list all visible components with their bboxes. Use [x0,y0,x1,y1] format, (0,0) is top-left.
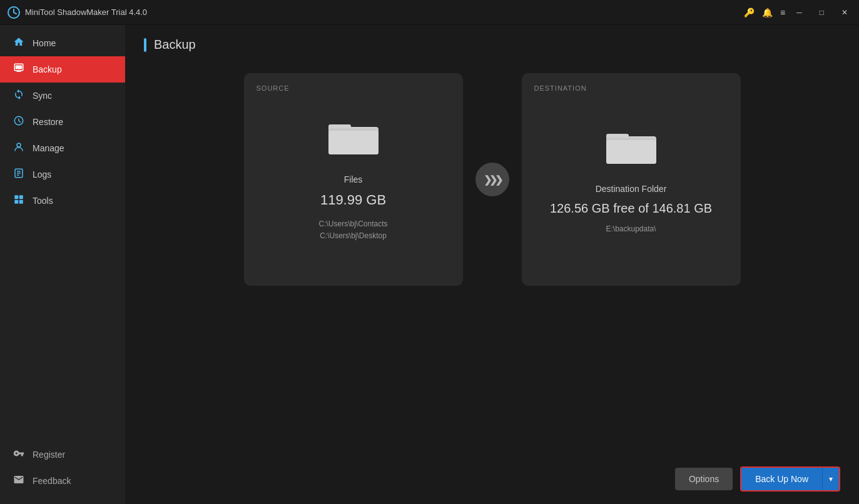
backup-panels: SOURCE Files 119.99 GB C:\Users\bj\Conta… [144,73,840,286]
dropdown-arrow-icon: ▾ [829,475,833,483]
backup-now-button[interactable]: Back Up Now [741,468,822,490]
source-path-2: C:\Users\bj\Desktop [318,230,387,242]
sidebar-label-backup: Backup [33,64,62,74]
svg-rect-10 [19,195,23,199]
arrow-indicator: ❯❯❯ [475,163,509,196]
key-icon [13,448,25,461]
titlebar-icons: 🔑 🔔 ≡ [744,8,785,18]
main-content: Backup SOURCE Files 11 [125,25,859,504]
sidebar-label-restore: Restore [33,117,63,127]
sidebar-label-home: Home [33,38,56,48]
sidebar-item-tools[interactable]: Tools [0,188,125,214]
app-container: Home Backup Sync Restore [0,25,859,504]
options-button[interactable]: Options [675,468,733,490]
sidebar: Home Backup Sync Restore [0,25,125,504]
tools-icon [13,194,25,208]
svg-rect-9 [14,195,18,199]
svg-rect-16 [328,131,379,154]
logs-icon [13,168,25,181]
sidebar-item-feedback[interactable]: Feedback [0,468,125,494]
menu-icon[interactable]: ≡ [780,8,785,18]
source-panel[interactable]: SOURCE Files 119.99 GB C:\Users\bj\Conta… [244,73,463,286]
backup-icon [13,63,25,76]
sidebar-item-backup[interactable]: Backup [0,56,125,83]
sidebar-label-feedback: Feedback [33,476,71,486]
page-title-area: Backup [144,38,840,52]
window-controls: ─ □ ✕ [793,7,851,18]
arrow-chevrons: ❯❯❯ [484,174,501,186]
restore-icon [13,115,25,129]
svg-point-4 [17,143,21,147]
source-panel-wrapper: SOURCE Files 119.99 GB C:\Users\bj\Conta… [244,73,463,286]
sidebar-item-manage[interactable]: Manage [0,135,125,161]
sidebar-item-sync[interactable]: Sync [0,83,125,109]
sidebar-label-register: Register [33,450,65,460]
sidebar-bottom: Register Feedback [0,441,125,504]
sidebar-item-logs[interactable]: Logs [0,161,125,188]
source-label: SOURCE [257,84,290,92]
titlebar: MiniTool ShadowMaker Trial 4.4.0 🔑 🔔 ≡ ─… [0,0,859,25]
sidebar-label-manage: Manage [33,143,64,153]
destination-path: E:\backupdata\ [606,224,656,233]
backup-now-wrapper: Back Up Now ▾ [740,466,840,491]
page-title: Backup [154,38,196,52]
source-name: Files [344,174,363,184]
bell-icon[interactable]: 🔔 [762,8,773,18]
destination-free: 126.56 GB free of 146.81 GB [550,201,712,216]
svg-rect-12 [19,200,23,204]
source-paths: C:\Users\bj\Contacts C:\Users\bj\Desktop [318,218,387,242]
destination-panel[interactable]: DESTINATION Destination Folder 126.56 GB… [522,73,741,286]
sidebar-nav: Home Backup Sync Restore [0,30,125,441]
maximize-button[interactable]: □ [816,7,828,18]
backup-dropdown-button[interactable]: ▾ [822,468,839,490]
destination-panel-wrapper: DESTINATION Destination Folder 126.56 GB… [522,73,741,286]
app-logo [8,6,20,19]
source-path-1: C:\Users\bj\Contacts [318,218,387,230]
svg-rect-11 [14,200,18,204]
sidebar-label-logs: Logs [33,169,51,179]
key-icon[interactable]: 🔑 [744,8,755,18]
close-button[interactable]: ✕ [838,7,851,18]
destination-name: Destination Folder [596,184,667,194]
svg-rect-20 [606,140,656,164]
home-icon [13,36,25,50]
manage-icon [13,141,25,155]
bottom-bar: Options Back Up Now ▾ [675,466,840,491]
destination-label: DESTINATION [534,84,587,92]
sidebar-item-restore[interactable]: Restore [0,109,125,135]
sidebar-label-tools: Tools [33,196,53,206]
source-folder-icon [328,117,379,159]
sidebar-label-sync: Sync [33,91,52,101]
sidebar-item-home[interactable]: Home [0,30,125,56]
sidebar-item-register[interactable]: Register [0,441,125,468]
source-size: 119.99 GB [320,192,386,208]
sync-icon [13,89,25,103]
app-title: MiniTool ShadowMaker Trial 4.4.0 [25,8,744,17]
mail-icon [13,474,25,488]
minimize-button[interactable]: ─ [793,7,806,18]
svg-rect-2 [16,66,23,69]
destination-folder-icon [606,126,656,169]
title-accent-bar [144,38,146,52]
